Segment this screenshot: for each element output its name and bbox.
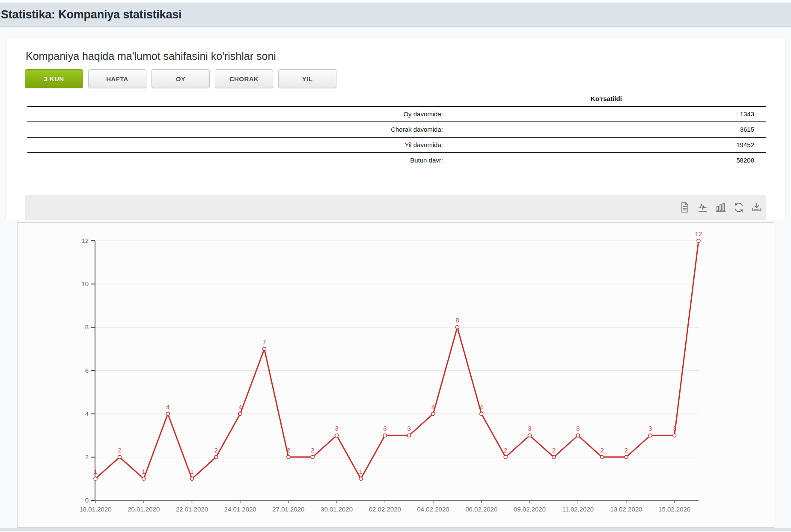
table-row: Chorak davomida: 3615 (27, 122, 766, 137)
stats-table: Ko'rsatildi Oy davomida: 1343 Chorak dav… (27, 92, 766, 168)
svg-text:1: 1 (94, 468, 97, 475)
svg-text:1: 1 (359, 468, 363, 475)
chart-container: 02468101218.01.202020.01.202022.01.20202… (17, 222, 774, 528)
svg-text:18.01.2020: 18.01.2020 (79, 505, 111, 513)
svg-text:4: 4 (166, 403, 170, 411)
svg-text:3: 3 (407, 425, 411, 432)
svg-text:2: 2 (118, 446, 121, 454)
period-button-chorak[interactable]: CHORAK (215, 69, 273, 88)
svg-text:12: 12 (695, 230, 702, 237)
table-row: Oy davomida: 1343 (27, 106, 766, 122)
svg-text:10: 10 (81, 280, 89, 287)
svg-text:06.02.2020: 06.02.2020 (465, 505, 497, 513)
svg-text:6: 6 (85, 367, 89, 374)
stat-label: Chorak davomida: (27, 122, 446, 137)
bottom-strip (0, 528, 791, 531)
svg-text:8: 8 (85, 323, 89, 331)
svg-text:27.01.2020: 27.01.2020 (272, 505, 304, 513)
svg-text:3: 3 (648, 425, 652, 432)
period-button-hafta[interactable]: HAFTA (88, 69, 146, 88)
table-row: Yil davomida: 19452 (27, 137, 766, 153)
svg-text:1: 1 (142, 468, 146, 475)
svg-text:4: 4 (480, 403, 483, 411)
svg-text:20.01.2020: 20.01.2020 (128, 505, 160, 513)
svg-text:09.02.2020: 09.02.2020 (514, 505, 546, 513)
page-title: Statistika: Kompaniya statistikasi (0, 8, 181, 21)
refresh-icon[interactable] (733, 201, 745, 214)
svg-text:2: 2 (552, 446, 556, 454)
svg-text:1: 1 (190, 468, 193, 475)
svg-text:7: 7 (262, 338, 266, 346)
svg-text:0: 0 (85, 497, 89, 504)
stat-value: 58208 (446, 153, 766, 168)
page-body: Kompaniya haqida ma'lumot sahifasini ko'… (0, 27, 791, 528)
svg-text:11.02.2020: 11.02.2020 (562, 505, 594, 513)
svg-text:24.01.2020: 24.01.2020 (224, 505, 256, 513)
period-button-yil[interactable]: YIL (278, 69, 336, 88)
svg-text:3: 3 (335, 425, 338, 432)
svg-text:4: 4 (238, 403, 242, 411)
svg-text:22.01.2020: 22.01.2020 (176, 505, 208, 513)
svg-text:2: 2 (85, 453, 89, 461)
page-header: Statistika: Kompaniya statistikasi (0, 3, 791, 27)
svg-text:2: 2 (214, 446, 218, 454)
panel-title: Kompaniya haqida ma'lumot sahifasini ko'… (26, 50, 766, 62)
stat-label: Butun davr: (27, 153, 446, 168)
svg-text:12: 12 (81, 237, 89, 244)
svg-text:04.02.2020: 04.02.2020 (417, 505, 449, 513)
svg-text:02.02.2020: 02.02.2020 (369, 505, 401, 513)
stats-table-header-row: Ko'rsatildi (27, 92, 766, 106)
stat-value: 3615 (446, 122, 766, 137)
stat-value: 19452 (446, 137, 766, 153)
value-column-header: Ko'rsatildi (446, 92, 766, 106)
svg-text:3: 3 (672, 425, 676, 432)
svg-text:2: 2 (287, 446, 290, 454)
period-button-oy[interactable]: OY (152, 69, 210, 88)
period-button-row: 3 KUN HAFTA OY CHORAK YIL (25, 69, 766, 88)
download-icon[interactable] (751, 201, 763, 214)
svg-text:3: 3 (576, 425, 580, 432)
svg-text:15.02.2020: 15.02.2020 (658, 505, 690, 513)
svg-text:2: 2 (624, 446, 628, 454)
stat-label: Yil davomida: (27, 137, 446, 153)
svg-text:13.02.2020: 13.02.2020 (610, 505, 642, 513)
line-chart-icon[interactable] (697, 201, 709, 214)
table-row: Butun davr: 58208 (27, 153, 766, 168)
svg-text:8: 8 (455, 316, 459, 324)
document-icon[interactable] (679, 201, 691, 214)
svg-text:4: 4 (431, 403, 435, 411)
export-toolbar (25, 195, 766, 220)
views-line-chart: 02468101218.01.202020.01.202022.01.20202… (18, 223, 774, 527)
svg-text:3: 3 (528, 425, 531, 432)
empty-header-cell (27, 92, 446, 106)
svg-text:2: 2 (600, 446, 604, 454)
svg-text:30.01.2020: 30.01.2020 (321, 505, 353, 513)
period-button-3kun[interactable]: 3 KUN (25, 69, 83, 88)
stat-label: Oy davomida: (27, 106, 446, 122)
stat-value: 1343 (446, 106, 766, 122)
svg-text:2: 2 (504, 446, 507, 454)
stats-panel: Kompaniya haqida ma'lumot sahifasini ko'… (6, 38, 785, 220)
svg-text:4: 4 (85, 410, 89, 417)
svg-text:3: 3 (383, 425, 387, 432)
svg-text:2: 2 (311, 446, 314, 454)
bar-chart-icon[interactable] (715, 201, 727, 214)
